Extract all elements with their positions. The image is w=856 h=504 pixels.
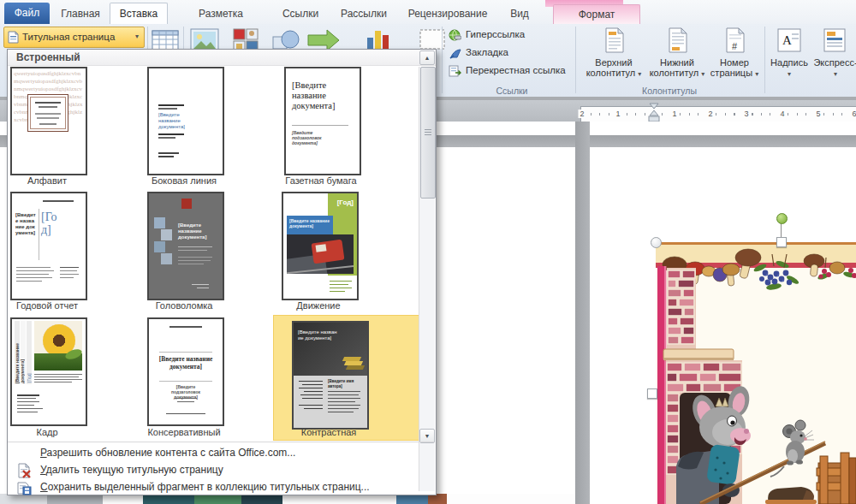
gallery-section-header: Встроенный <box>8 50 436 66</box>
ribbon-tab-bar: Файл Главная Вставка Разметка страницы С… <box>0 0 856 24</box>
remove-cover-page-icon <box>16 463 32 478</box>
gallery-item-label: Боковая линия <box>116 175 253 186</box>
thumb-title-text: [Введите название документа] <box>158 112 197 130</box>
resize-handle-top-left[interactable] <box>651 237 662 248</box>
gallery-item-newsprint[interactable]: [Введите название документа] [Введите по… <box>284 67 361 175</box>
thumb-title-text: [Введите название документа] <box>15 212 36 236</box>
text-box-label: Надпись <box>770 57 808 68</box>
menu-item-label: Удалить текущую титульную страницу <box>40 464 223 476</box>
text-box-button[interactable]: A Надпись▾ <box>768 26 811 94</box>
tab-insert[interactable]: Вставка <box>110 3 168 25</box>
gallery-item-label: Контрастная <box>260 427 397 437</box>
footer-icon <box>668 27 688 53</box>
footer-label-2: колонтитул <box>650 68 699 78</box>
bookmark-label: Закладка <box>466 44 508 61</box>
gallery-item-label: Годовой отчет <box>0 300 116 311</box>
gallery-item-label: Головоломка <box>116 300 253 311</box>
gallery-item-label: Алфавит <box>0 175 116 186</box>
gallery-item-frame[interactable]: [Введите название документа] [Год] <box>10 317 87 426</box>
page-number-button[interactable]: # Номер страницы ▾ <box>707 26 762 94</box>
thumb-year-vertical: [Год] <box>27 345 32 382</box>
ruler-number: 6 <box>850 110 856 118</box>
rotation-handle[interactable] <box>776 213 788 224</box>
chevron-down-icon: ▾ <box>638 70 641 78</box>
chevron-down-icon: ▾ <box>834 70 837 78</box>
tab-file[interactable]: Файл <box>4 3 50 24</box>
header-footer-group-label: Колонтитулы <box>618 86 721 96</box>
cross-reference-button[interactable]: Перекрестная ссылка <box>449 62 577 79</box>
thumb-title-text: [Введите название документа] <box>178 222 216 240</box>
text-box-icon: A <box>777 28 801 52</box>
hyperlink-icon <box>449 29 461 41</box>
resize-handle-left[interactable] <box>647 388 657 399</box>
ruler-number: 4 <box>778 110 786 118</box>
ruler-number: 5 <box>814 110 822 118</box>
cross-reference-label: Перекрестная ссылка <box>466 62 566 79</box>
gallery-item-annual-report[interactable]: [Введите название документа] [Год] <box>10 192 87 300</box>
tab-page-layout[interactable]: Разметка страницы <box>175 3 267 24</box>
gallery-scrollbar[interactable]: ▲ ▼ <box>419 67 435 491</box>
page-number-label-2: страницы <box>710 68 752 78</box>
hyperlink-button[interactable]: Гиперссылка <box>449 27 568 43</box>
motion-photo <box>287 234 354 274</box>
menu-item-label: Сохранить выделенный фрагмент в коллекци… <box>40 481 370 493</box>
svg-text:#: # <box>732 41 738 51</box>
chevron-down-icon: ▾ <box>788 70 791 78</box>
gallery-item-motion[interactable]: [Год] [Введите название документа] <box>282 192 359 300</box>
tab-references[interactable]: Ссылки <box>276 3 325 24</box>
menu-item-enable-updates[interactable]: Разрешить обновление контента с сайта Of… <box>9 445 425 462</box>
ruler-number: 1 <box>670 110 678 118</box>
cover-page-gallery-dropdown: Встроенный qwertyuiopasdfghjklzxcvbnmqwe… <box>7 49 437 495</box>
header-button[interactable]: Верхний колонтитул ▾ <box>584 26 644 94</box>
menu-item-save-selection[interactable]: Сохранить выделенный фрагмент в коллекци… <box>9 479 425 496</box>
word-window: Файл Главная Вставка Разметка страницы С… <box>0 0 856 504</box>
thumb-title-text: [Введите название документа] <box>289 218 330 228</box>
bookmark-button[interactable]: Закладка <box>449 44 568 61</box>
chevron-down-icon: ▾ <box>135 27 139 46</box>
header-label-1: Верхний <box>595 57 632 68</box>
storybook-illustration[interactable] <box>656 242 856 504</box>
alphabet-title-box <box>27 94 68 132</box>
horizontal-ruler: 2 1 1 2 3 4 5 6 <box>580 106 856 122</box>
chevron-down-icon: ▾ <box>755 70 758 78</box>
chevron-down-icon: ▾ <box>701 70 704 78</box>
menu-item-remove-cover-page[interactable]: Удалить текущую титульную страницу <box>9 462 425 479</box>
tab-review[interactable]: Рецензирование <box>402 3 493 24</box>
tab-format[interactable]: Формат <box>553 4 640 25</box>
tab-view[interactable]: Вид <box>503 3 536 24</box>
page-number-label-1: Номер <box>720 57 749 68</box>
thumb-title-text: [Введите название документа] <box>298 329 337 341</box>
footer-label-1: Нижний <box>660 57 694 68</box>
cover-page-button[interactable]: Титульная страница ▾ <box>3 27 145 48</box>
ruler-number: 2 <box>706 110 714 118</box>
resize-handle-top[interactable] <box>776 237 787 247</box>
quick-parts-label: Экспресс- <box>813 57 856 68</box>
gallery-item-contrast[interactable]: [Введите название документа] [Введите им… <box>292 321 369 430</box>
gallery-item-sideline[interactable]: [Введите название документа] <box>147 67 224 175</box>
puzzle-logo <box>181 199 192 209</box>
gallery-item-puzzle[interactable]: [Введите название документа] <box>147 192 224 300</box>
scrollbar-thumb[interactable] <box>420 67 436 199</box>
gallery-item-conservative[interactable]: [Введите название документа] [Введите по… <box>147 317 224 426</box>
header-label-2: колонтитул <box>586 68 636 78</box>
bookmark-icon <box>449 47 461 59</box>
quick-parts-button[interactable]: Экспресс-▾ <box>811 26 856 94</box>
svg-text:A: A <box>782 33 792 47</box>
save-selection-icon <box>16 480 32 495</box>
gallery-item-alphabet[interactable]: qwertyuiopasdfghjklzxcvbnmqwertyuiopasdf… <box>10 67 87 175</box>
page-number-icon: # <box>725 27 746 53</box>
cover-page-label: Титульная страница <box>22 27 115 46</box>
tab-mailings[interactable]: Рассылки <box>336 3 392 24</box>
footer-button[interactable]: Нижний колонтитул ▾ <box>647 26 707 94</box>
ruler-number: 2 <box>578 110 586 118</box>
rotation-handle-stem <box>781 223 782 238</box>
gallery-item-label: Кадр <box>0 427 116 437</box>
thumb-year-text: [Год] <box>41 210 60 236</box>
menu-separator <box>8 442 434 442</box>
gallery-item-label: Движение <box>250 300 387 311</box>
tab-home[interactable]: Главная <box>56 3 104 24</box>
scroll-up-button[interactable]: ▲ <box>419 50 435 65</box>
header-icon <box>604 27 625 53</box>
page-previous-right <box>590 122 856 135</box>
thumb-subtitle-text: [Введите подзаголовок документа] <box>292 130 335 145</box>
